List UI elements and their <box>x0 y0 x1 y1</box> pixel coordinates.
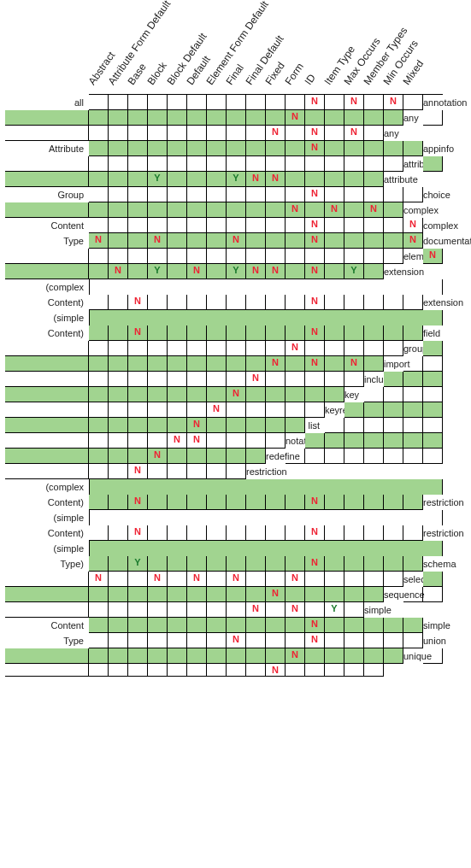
matrix-cell <box>266 218 286 233</box>
matrix-cell <box>266 372 286 387</box>
matrix-cell <box>286 587 305 602</box>
matrix-cell <box>109 648 128 664</box>
matrix-cell <box>227 356 246 372</box>
matrix-cell <box>344 249 364 264</box>
row-label: restriction <box>423 525 443 541</box>
matrix-cell <box>89 156 109 172</box>
row-label: group <box>403 341 423 356</box>
matrix-cell <box>168 156 187 172</box>
matrix-cell <box>187 464 207 479</box>
matrix-cell <box>384 249 403 264</box>
matrix-cell <box>207 449 227 464</box>
matrix-cell <box>128 372 148 387</box>
matrix-cell <box>148 387 168 402</box>
matrix-cell <box>168 402 187 418</box>
matrix-cell <box>109 402 128 418</box>
matrix-cell <box>305 249 325 264</box>
matrix-cell <box>384 556 403 572</box>
matrix-cell <box>286 495 305 510</box>
matrix-cell <box>364 264 384 279</box>
matrix-cell <box>364 341 384 356</box>
matrix-cell <box>89 387 109 402</box>
matrix-cell <box>364 295 384 310</box>
matrix-cell <box>246 495 266 510</box>
matrix-cell <box>148 664 168 677</box>
matrix-cell: Y <box>148 172 168 187</box>
matrix-cell <box>403 141 423 156</box>
row-label: Group <box>5 187 89 202</box>
matrix-cell <box>89 587 109 602</box>
matrix-cell <box>5 249 89 264</box>
matrix-cell: N <box>148 449 168 464</box>
matrix-cell <box>89 218 109 233</box>
matrix-cell <box>227 464 246 479</box>
matrix-cell <box>384 433 403 449</box>
matrix-cell <box>403 95 423 110</box>
matrix-cell: N <box>187 433 207 449</box>
matrix-cell <box>128 264 148 279</box>
matrix-cell <box>207 95 227 110</box>
matrix-cell <box>325 172 344 187</box>
matrix-cell <box>89 525 109 541</box>
matrix-cell <box>364 387 384 402</box>
matrix-cell <box>109 110 128 126</box>
matrix-cell <box>109 633 128 648</box>
matrix-cell <box>109 126 128 141</box>
matrix-cell <box>109 249 128 264</box>
matrix-cell <box>403 433 423 449</box>
matrix-cell <box>89 602 109 618</box>
matrix-cell <box>207 110 227 126</box>
matrix-cell <box>344 433 364 449</box>
matrix-cell <box>403 556 423 572</box>
matrix-cell <box>89 356 109 372</box>
matrix-cell <box>5 387 89 402</box>
matrix-cell <box>227 449 246 464</box>
matrix-cell <box>423 587 443 602</box>
matrix-cell <box>403 633 423 648</box>
matrix-cell <box>266 341 286 356</box>
matrix-cell: N <box>305 633 325 648</box>
row-label: any <box>403 110 423 126</box>
matrix-cell <box>403 187 423 202</box>
matrix-cell <box>344 664 364 677</box>
matrix-cell <box>364 326 384 341</box>
matrix-cell <box>89 187 109 202</box>
matrix-cell: N <box>286 648 305 664</box>
matrix-cell <box>89 618 109 633</box>
matrix-cell <box>384 233 403 249</box>
matrix-cell <box>227 525 246 541</box>
matrix-cell: N <box>109 264 128 279</box>
matrix-cell <box>305 572 325 587</box>
matrix-cell <box>148 95 168 110</box>
matrix-cell: N <box>128 495 148 510</box>
matrix-cell <box>227 495 246 510</box>
matrix-cell <box>168 326 187 341</box>
row-label: Type <box>5 233 89 249</box>
matrix-cell <box>207 141 227 156</box>
matrix-cell <box>266 648 286 664</box>
matrix-cell <box>227 587 246 602</box>
matrix-cell <box>207 464 227 479</box>
row-label: extension <box>384 264 403 279</box>
matrix-cell <box>246 218 266 233</box>
row-label: unique <box>403 648 423 664</box>
matrix-cell <box>286 664 305 677</box>
matrix-cell <box>227 218 246 233</box>
matrix-table: AbstractAttribute Form DefaultBaseBlockB… <box>5 94 466 677</box>
matrix-cell <box>246 433 266 449</box>
matrix-cell <box>187 618 207 633</box>
matrix-cell <box>364 95 384 110</box>
matrix-cell <box>227 664 246 677</box>
matrix-cell <box>305 172 325 187</box>
matrix-cell <box>423 418 443 433</box>
matrix-cell <box>128 587 148 602</box>
matrix-cell <box>89 326 109 341</box>
matrix-cell <box>168 141 187 156</box>
matrix-cell <box>5 156 89 172</box>
matrix-cell <box>364 648 384 664</box>
matrix-cell <box>227 326 246 341</box>
matrix-cell <box>266 556 286 572</box>
matrix-cell <box>207 172 227 187</box>
matrix-cell <box>403 387 423 402</box>
matrix-cell <box>168 556 187 572</box>
